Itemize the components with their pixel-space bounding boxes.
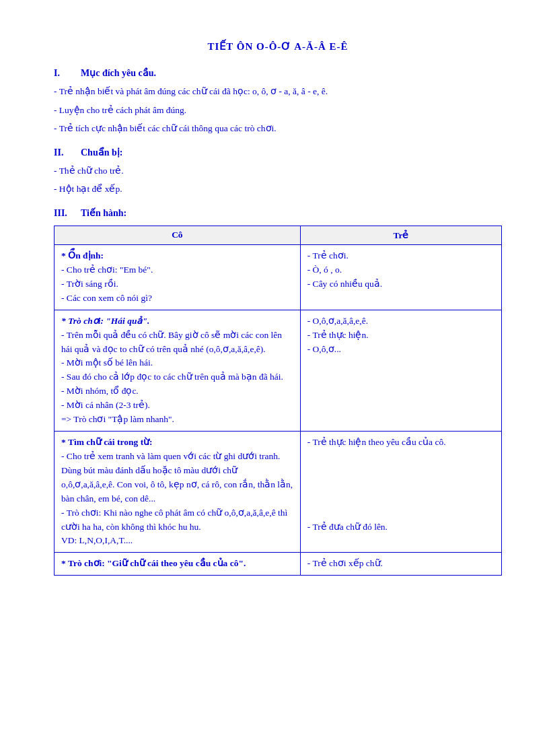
row3-left-line3: VD: L,N,O,I,A,T.... xyxy=(61,535,133,545)
row4-bold: * Trò chơi: "Giữ chữ cái theo yêu cầu củ… xyxy=(61,558,246,568)
row3-left-line2: - Trò chơi: Khi nào nghe cô phát âm có c… xyxy=(61,508,287,532)
row3-right-mid: - Trẻ thực hiện theo yêu cầu của cô. xyxy=(307,437,446,447)
section2-line1: - Thẻ chữ cho trẻ. xyxy=(54,164,502,178)
section2-title: Chuẩn bị: xyxy=(81,147,122,158)
table-cell-left-4: * Trò chơi: "Giữ chữ cái theo yêu cầu củ… xyxy=(54,553,301,576)
table-cell-right-3: - Trẻ thực hiện theo yêu cầu của cô. - T… xyxy=(300,432,501,553)
section3-roman: III. xyxy=(54,208,74,219)
section2-heading: II. Chuẩn bị: xyxy=(54,147,502,158)
row2-left-line2: - Mời một số bé lên hái. xyxy=(61,357,153,368)
row3-right-end: - Trẻ đưa chữ đó lên. xyxy=(307,522,388,532)
section-3: III. Tiến hành: Cô Trẻ * Ổn định: - Cho … xyxy=(54,207,502,576)
section1-line2: - Luyện cho trẻ cách phát âm đúng. xyxy=(54,103,502,118)
row3-left-line1: - Cho trẻ xem tranh và làm quen với các … xyxy=(61,451,293,504)
table-row: * Trò chơi: "Giữ chữ cái theo yêu cầu củ… xyxy=(54,553,502,576)
row1-left-line1: - Cho trẻ chơi: "Em bé". xyxy=(61,265,153,275)
section2-line2: - Hột hạt để xếp. xyxy=(54,182,502,197)
row2-left-line3: - Sau đó cho cả lớp đọc to các chữ trên … xyxy=(61,372,283,382)
row2-bold: * Trò chơi: "Hái quả". xyxy=(61,316,149,326)
table-cell-right-2: - O,ô,ơ,a,ă,â,e,ê. - Trẻ thực hiện. - O,… xyxy=(300,310,501,431)
row4-right-line1: - Trẻ chơi xếp chữ. xyxy=(307,558,383,568)
row1-left-line3: - Các con xem cô nói gì? xyxy=(61,293,152,303)
row2-right-line1: - O,ô,ơ,a,ă,â,e,ê. xyxy=(307,316,368,326)
table-row: * Tìm chữ cái trong từ: - Cho trẻ xem tr… xyxy=(54,432,502,553)
section1-line3: - Trẻ tích cực nhận biết các chữ cái thô… xyxy=(54,121,502,136)
table-header-co: Cô xyxy=(54,226,301,244)
section3-heading: III. Tiến hành: xyxy=(54,207,502,219)
section3-title: Tiến hành: xyxy=(81,207,126,219)
table-cell-right-4: - Trẻ chơi xếp chữ. xyxy=(300,553,501,576)
row2-left-line1: - Trên mỗi quả đều có chữ. Bây giờ cô sẽ… xyxy=(61,330,282,354)
row2-right-line3: - O,ô,ơ... xyxy=(307,344,341,354)
table-row: * Ổn định: - Cho trẻ chơi: "Em bé". - Tr… xyxy=(54,244,502,310)
table-cell-right-1: - Trẻ chơi. - Ò, ó , o. - Cây có nhiều q… xyxy=(300,244,501,310)
table-row: * Trò chơi: "Hái quả". - Trên mỗi quả đề… xyxy=(54,310,502,431)
table-cell-left-3: * Tìm chữ cái trong từ: - Cho trẻ xem tr… xyxy=(54,432,301,553)
row2-left-line4: - Mời nhóm, tổ đọc. xyxy=(61,386,139,396)
lesson-table: Cô Trẻ * Ổn định: - Cho trẻ chơi: "Em bé… xyxy=(54,226,502,576)
row1-right-line2: - Ò, ó , o. xyxy=(307,265,342,275)
row1-right-line3: - Cây có nhiều quả. xyxy=(307,279,382,289)
table-cell-left-2: * Trò chơi: "Hái quả". - Trên mỗi quả đề… xyxy=(54,310,301,431)
section1-title: Mục đích yêu cầu. xyxy=(81,67,156,79)
table-header-tre: Trẻ xyxy=(300,226,501,244)
section-1: I. Mục đích yêu cầu. - Trẻ nhận biết và … xyxy=(54,67,502,136)
section2-roman: II. xyxy=(54,147,74,158)
section1-heading: I. Mục đích yêu cầu. xyxy=(54,67,502,79)
table-cell-left-1: * Ổn định: - Cho trẻ chơi: "Em bé". - Tr… xyxy=(54,244,301,310)
section-2: II. Chuẩn bị: - Thẻ chữ cho trẻ. - Hột h… xyxy=(54,147,502,197)
section1-line1: - Trẻ nhận biết và phát âm đúng các chữ … xyxy=(54,84,502,99)
row1-left-line2: - Trời sáng rồi. xyxy=(61,279,118,289)
section1-roman: I. xyxy=(54,68,74,79)
row2-right-line2: - Trẻ thực hiện. xyxy=(307,330,369,340)
page-title: TIẾT ÔN O-Ô-Ơ A-Ă-Â E-Ê xyxy=(54,40,502,53)
row3-bold: * Tìm chữ cái trong từ: xyxy=(61,437,153,447)
row1-bold: * Ổn định: xyxy=(61,250,104,261)
row1-right-line1: - Trẻ chơi. xyxy=(307,250,349,261)
row2-left-line6: => Trò chơi "Tập làm nhanh". xyxy=(61,414,174,424)
row2-left-line5: - Mời cá nhân (2-3 trẻ). xyxy=(61,400,150,410)
